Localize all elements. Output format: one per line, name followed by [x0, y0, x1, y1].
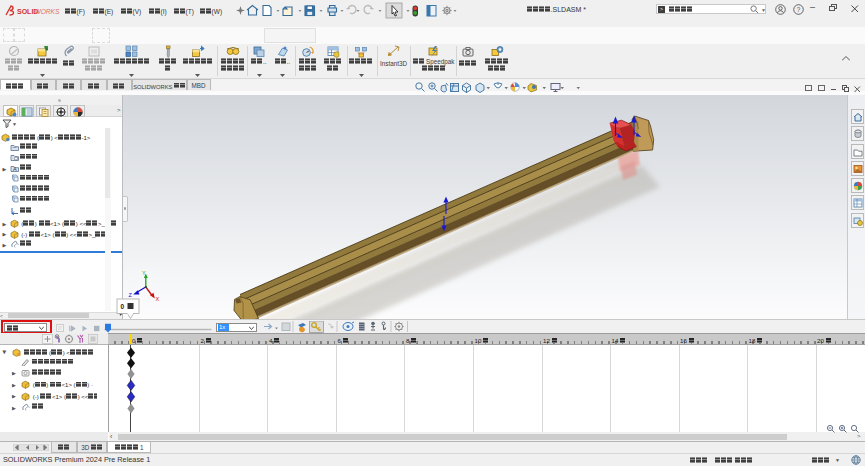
- svg-text:?: ?: [797, 6, 801, 13]
- svg-text:Y: Y: [142, 270, 146, 276]
- svg-text:Z: Z: [129, 292, 133, 298]
- svg-text:X: X: [156, 296, 160, 302]
- svg-text:WORKS: WORKS: [35, 8, 61, 15]
